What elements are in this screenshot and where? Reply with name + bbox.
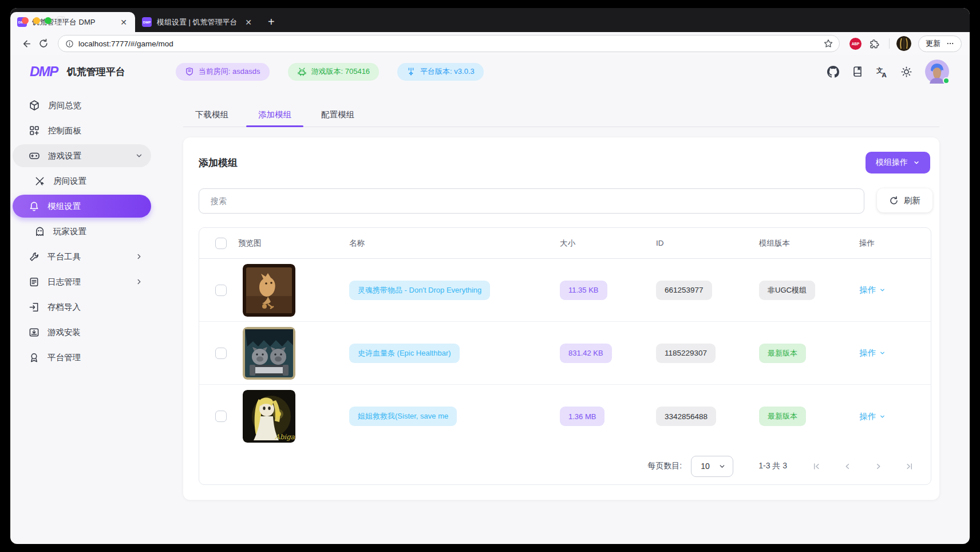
mod-actions-button[interactable]: 模组操作 [866,152,930,174]
profile-avatar[interactable] [896,36,911,51]
more-icon[interactable] [946,40,954,48]
last-page-icon[interactable] [903,460,916,473]
search-input[interactable] [199,188,864,214]
mod-version-pill: 最新版本 [759,344,806,363]
select-all-checkbox[interactable] [215,238,227,249]
col-header-size: 大小 [560,238,656,249]
mod-size-pill: 11.35 KB [560,281,607,300]
mod-name-pill[interactable]: 姐姐救救我(Sister, save me [349,407,457,426]
col-header-version: 模组版本 [759,238,859,249]
tab-close-icon[interactable]: ✕ [118,18,129,26]
ghost-icon [34,226,45,237]
theme-sun-icon[interactable] [900,66,912,78]
sidebar-item-room-settings[interactable]: 房间设置 [13,169,151,192]
close-window-button[interactable] [22,17,29,24]
tab-add-mods[interactable]: 添加模组 [246,103,303,127]
back-icon[interactable] [18,36,34,52]
bell-icon [29,201,39,212]
prev-page-icon[interactable] [841,460,854,473]
chevron-down-icon [135,152,143,160]
sidebar-item-save-import[interactable]: 存档导入 [13,295,151,318]
table-row: Abigail 姐姐救救我(Sister, save me 1.36 MB 33… [199,385,931,448]
browser-tab-strip: DMP 饥荒管理平台 DMP ✕ DMP 模组设置 | 饥荒管理平台 ✕ + [10,8,970,32]
sidebar-item-game-settings[interactable]: 游戏设置 [13,144,151,167]
tab-config-mods[interactable]: 配置模组 [309,103,366,127]
window-controls[interactable] [22,17,52,24]
tab-overview-icon[interactable] [56,15,66,25]
browser-update-button[interactable]: 更新 [918,36,962,52]
soul-carry-mod-thumbnail [243,264,295,317]
docs-book-icon[interactable] [852,66,863,77]
room-shield-icon [185,67,194,76]
adblock-extension-icon[interactable]: ABP [849,38,862,50]
sidebar-item-control-panel[interactable]: 控制面板 [13,119,151,142]
new-tab-button[interactable]: + [268,16,275,27]
per-page-select[interactable]: 10 [691,456,733,477]
per-page-label: 每页数目: [647,461,682,471]
table-header-row: 预览图 名称 大小 ID 模组版本 操作 [199,228,931,259]
sidebar: 房间总览 控制面板 游戏设置 房间设置 模组设置 玩家设置 [10,88,153,369]
mods-table: 预览图 名称 大小 ID 模组版本 操作 [199,227,931,485]
translate-icon[interactable]: 文A [876,66,888,78]
wrench-icon [29,251,39,262]
sidebar-item-player-settings[interactable]: 玩家设置 [13,220,151,243]
mod-id-pill: 3342856488 [656,407,716,426]
github-icon[interactable] [827,66,839,78]
dashboard-icon [29,125,40,136]
chevron-down-icon [913,159,920,166]
first-page-icon[interactable] [810,460,823,473]
sidebar-item-platform-management[interactable]: 平台管理 [13,346,151,369]
chevron-down-icon [718,463,726,470]
row-action-dropdown[interactable]: 操作 [859,285,886,295]
tab-close-icon[interactable]: ✕ [243,18,254,26]
sidebar-item-log-management[interactable]: 日志管理 [13,270,151,293]
row-checkbox[interactable] [215,411,227,422]
minimize-window-button[interactable] [33,17,40,24]
log-file-icon [29,277,39,287]
row-action-dropdown[interactable]: 操作 [859,348,886,358]
sidebar-item-mod-settings[interactable]: 模组设置 [13,195,151,218]
col-header-preview: 预览图 [231,238,349,249]
mod-id-pill: 1185229307 [656,344,716,363]
page-range-label: 1-3 共 3 [758,461,787,471]
site-info-icon[interactable] [65,40,74,48]
browser-window: DMP 饥荒管理平台 DMP ✕ DMP 模组设置 | 饥荒管理平台 ✕ + l… [10,8,970,544]
svg-text:Abigail: Abigail [274,433,295,441]
mod-name-pill[interactable]: 灵魂携带物品 - Don't Drop Everything [349,281,490,300]
tab-download-mods[interactable]: 下载模组 [183,103,240,127]
mod-name-pill[interactable]: 史诗血量条 (Epic Healthbar) [349,344,460,363]
sidebar-item-room-overview[interactable]: 房间总览 [13,94,151,117]
swords-icon [34,176,45,187]
url-bar[interactable]: localhost:7777/#/game/mod [58,35,840,52]
search-row: 刷新 [199,188,932,214]
row-checkbox[interactable] [215,285,227,296]
browser-toolbar: localhost:7777/#/game/mod ABP 更新 [10,32,970,55]
next-page-icon[interactable] [872,460,885,473]
bookmark-star-icon[interactable] [823,38,833,49]
refresh-button[interactable]: 刷新 [877,188,932,212]
row-action-dropdown[interactable]: 操作 [859,411,886,422]
reload-icon[interactable] [36,36,51,51]
browser-tab-inactive[interactable]: DMP 模组设置 | 饥荒管理平台 ✕ [135,12,260,32]
update-label: 更新 [926,38,941,49]
table-row: 灵魂携带物品 - Don't Drop Everything 11.35 KB … [199,259,931,322]
fullscreen-window-button[interactable] [45,17,52,24]
mod-id-pill: 661253977 [656,281,712,300]
row-checkbox[interactable] [215,348,227,359]
card-title: 添加模组 [199,156,238,169]
chevron-down-icon [879,413,886,420]
header-icons: 文A [827,60,949,84]
extensions-puzzle-icon[interactable] [867,36,882,52]
user-avatar[interactable] [925,60,949,84]
main-content: 下载模组 添加模组 配置模组 添加模组 模组操作 刷新 [153,88,970,500]
col-header-action: 操作 [859,238,931,249]
import-icon [29,302,39,313]
android-icon [297,67,307,77]
sidebar-item-game-install[interactable]: 游戏安装 [13,321,151,344]
url-text[interactable]: localhost:7777/#/game/mod [78,40,823,48]
gamepad-icon [29,150,40,161]
dmp-logo[interactable]: DMP [30,64,58,80]
col-header-name: 名称 [349,238,560,249]
badge-icon [29,352,39,363]
sidebar-item-platform-tools[interactable]: 平台工具 [13,245,151,268]
